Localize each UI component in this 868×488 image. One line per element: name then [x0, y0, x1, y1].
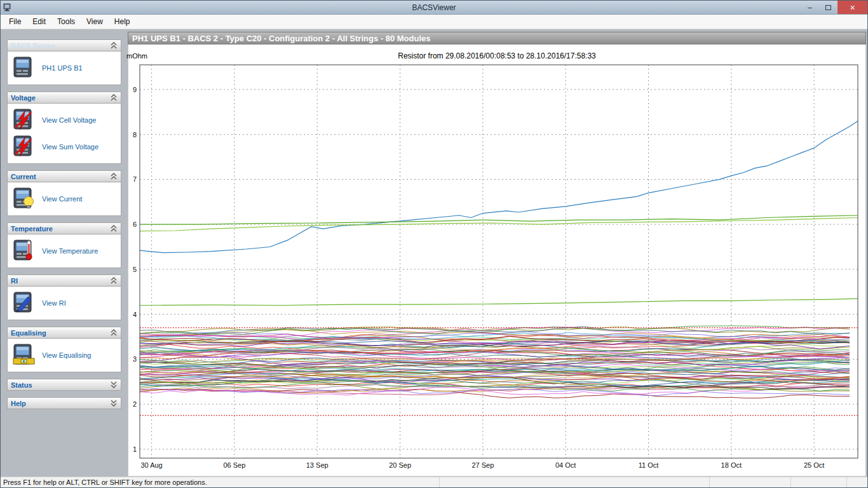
y-axis-unit-label: mOhm — [126, 52, 147, 60]
menu-file[interactable]: File — [3, 15, 27, 28]
chart-title-row: mOhm Resistor from 29.08.2016/00:08:53 t… — [128, 44, 865, 62]
expand-chevron-icon[interactable] — [110, 381, 118, 389]
equalising-icon — [11, 343, 37, 367]
chart-area: mOhm Resistor from 29.08.2016/00:08:53 t… — [128, 44, 866, 477]
svg-text:1: 1 — [133, 445, 137, 453]
sidebar-section-help: Help — [7, 397, 121, 409]
collapse-chevron-icon[interactable] — [110, 172, 118, 180]
sidebar-item-view-sum-voltage[interactable]: View Sum Voltage — [10, 133, 118, 160]
svg-text:7: 7 — [133, 175, 137, 183]
svg-text:5: 5 — [133, 266, 137, 273]
svg-text:2: 2 — [133, 400, 137, 408]
minimize-button[interactable]: – — [801, 1, 819, 14]
title-bar[interactable]: BACSViewer – × — [1, 1, 867, 15]
section-body-equalising: View Equalising — [7, 339, 121, 372]
bacsviewer-window: BACSViewer – × FileEditToolsViewHelp BAC… — [0, 0, 868, 488]
sum-voltage-icon — [11, 135, 37, 159]
menu-bar: FileEditToolsViewHelp — [1, 15, 867, 29]
window-title: BACSViewer — [1, 3, 867, 12]
section-body-ri: View RI — [7, 287, 121, 320]
svg-text:9: 9 — [133, 86, 137, 93]
svg-text:8: 8 — [133, 131, 137, 139]
status-bar: Press F1 for help or ALT, CTRL or SHIFT … — [1, 477, 867, 487]
sidebar-section-temperature: TemperatureView Temperature — [7, 222, 121, 268]
sidebar-section-voltage: VoltageView Cell VoltageView Sum Voltage — [7, 92, 121, 164]
section-body-temperature: View Temperature — [7, 234, 121, 268]
cell-voltage-icon — [11, 108, 37, 132]
content-area: BACS DevicePH1 UPS B1VoltageView Cell Vo… — [1, 29, 867, 477]
bacs-device-icon — [11, 56, 37, 80]
maximize-button[interactable] — [819, 1, 837, 14]
section-header-ri[interactable]: RI — [7, 274, 121, 287]
close-button[interactable]: × — [837, 1, 867, 14]
sidebar-section-ri: RIView RI — [7, 274, 121, 320]
sidebar: BACS DevicePH1 UPS B1VoltageView Cell Vo… — [1, 29, 125, 477]
section-title: Voltage — [11, 94, 110, 102]
expand-chevron-icon[interactable] — [110, 399, 118, 407]
svg-text:6: 6 — [133, 220, 137, 228]
sidebar-item-view-temperature[interactable]: View Temperature — [10, 238, 118, 264]
status-text: Press F1 for help or ALT, CTRL or SHIFT … — [3, 478, 439, 486]
collapse-chevron-icon[interactable] — [110, 329, 118, 337]
section-body-current: View Current — [7, 182, 121, 216]
svg-text:04 Oct: 04 Oct — [555, 461, 576, 469]
temperature-icon — [11, 239, 37, 263]
svg-text:3: 3 — [133, 355, 137, 363]
resistance-chart: 12345678930 Aug06 Sep13 Sep20 Sep27 Sep0… — [128, 62, 865, 476]
section-header-help[interactable]: Help — [7, 397, 121, 409]
collapse-chevron-icon[interactable] — [110, 93, 118, 102]
current-icon — [11, 187, 37, 211]
section-title: Equalising — [11, 329, 110, 337]
svg-text:4: 4 — [133, 311, 137, 318]
sidebar-item-label: View Equalising — [42, 351, 91, 359]
sidebar-item-label: PH1 UPS B1 — [42, 64, 83, 72]
chart-panel: PH1 UPS B1 - BACS 2 - Type C20 - Configu… — [128, 32, 866, 477]
sidebar-section-equalising: EqualisingView Equalising — [7, 327, 121, 372]
menu-view[interactable]: View — [81, 15, 109, 28]
section-header-status[interactable]: Status — [7, 379, 121, 391]
section-header-temperature[interactable]: Temperature — [7, 222, 121, 234]
section-body-voltage: View Cell VoltageView Sum Voltage — [7, 104, 121, 164]
menu-edit[interactable]: Edit — [27, 15, 51, 28]
section-body-bacs-device: PH1 UPS B1 — [7, 51, 121, 85]
menu-tools[interactable]: Tools — [51, 15, 81, 28]
sidebar-item-label: View RI — [42, 299, 66, 307]
section-header-bacs-device[interactable]: BACS Device — [7, 39, 121, 51]
chart-title: Resistor from 29.08.2016/00:08:53 to 28.… — [128, 51, 865, 60]
sidebar-item-view-ri[interactable]: View RI — [10, 290, 118, 316]
svg-text:13 Sep: 13 Sep — [306, 461, 329, 469]
svg-text:27 Sep: 27 Sep — [471, 461, 494, 469]
svg-text:20 Sep: 20 Sep — [389, 461, 411, 469]
sidebar-item-label: View Cell Voltage — [42, 116, 96, 124]
sidebar-item-view-cell-voltage[interactable]: View Cell Voltage — [10, 107, 118, 133]
svg-text:06 Sep: 06 Sep — [223, 461, 245, 469]
ri-icon — [11, 291, 37, 315]
svg-text:11 Oct: 11 Oct — [639, 461, 659, 469]
sidebar-section-status: Status — [7, 379, 121, 391]
section-title: BACS Device — [11, 42, 110, 50]
svg-text:25 Oct: 25 Oct — [804, 461, 824, 469]
section-title: Temperature — [11, 225, 110, 233]
section-title: RI — [11, 277, 110, 285]
sidebar-item-view-current[interactable]: View Current — [10, 186, 118, 212]
sidebar-section-bacs-device: BACS DevicePH1 UPS B1 — [7, 39, 121, 85]
sidebar-item-view-equalising[interactable]: View Equalising — [10, 342, 118, 369]
collapse-chevron-icon[interactable] — [110, 224, 118, 233]
sidebar-item-label: View Temperature — [42, 247, 98, 255]
sidebar-item-ph1-ups-b1[interactable]: PH1 UPS B1 — [10, 55, 118, 81]
section-header-current[interactable]: Current — [7, 170, 121, 182]
chart-panel-header: PH1 UPS B1 - BACS 2 - Type C20 - Configu… — [128, 32, 866, 44]
section-title: Status — [11, 381, 110, 389]
status-pane — [846, 477, 867, 487]
status-pane — [439, 477, 709, 487]
section-header-equalising[interactable]: Equalising — [7, 327, 121, 339]
svg-text:30 Aug: 30 Aug — [140, 461, 162, 469]
collapse-chevron-icon[interactable] — [110, 41, 118, 50]
collapse-chevron-icon[interactable] — [110, 276, 118, 285]
sidebar-item-label: View Current — [42, 195, 82, 203]
section-title: Current — [11, 173, 110, 180]
menu-help[interactable]: Help — [109, 15, 136, 28]
svg-text:18 Oct: 18 Oct — [721, 461, 742, 469]
section-header-voltage[interactable]: Voltage — [7, 92, 121, 104]
status-pane — [790, 477, 846, 487]
